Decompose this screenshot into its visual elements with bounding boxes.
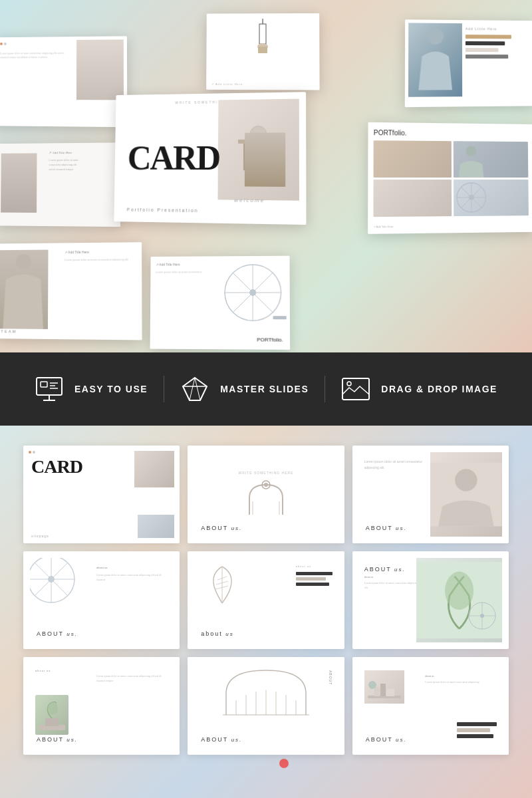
gs4-aboutus-label: about us — [96, 565, 168, 571]
svg-point-41 — [455, 469, 477, 491]
gs2-about-text: WRITE SOMETHING HERE — [238, 471, 293, 475]
gs5-about-bottom: about us — [201, 630, 233, 637]
slide-thumbnail-main: WRITE SOMETHING HERE CARD welcome Portfo… — [114, 92, 306, 225]
color-bar-light — [466, 48, 499, 52]
drag-drop-label: DRAG & DROP IMAGE — [381, 384, 497, 394]
ferris-wheel-icon-mini — [454, 180, 490, 216]
card-title: CARD — [127, 141, 219, 176]
mini-img-2 — [453, 141, 528, 178]
color-palette-area: Add Little Here — [466, 27, 531, 61]
gs5-bar-3 — [296, 583, 329, 586]
slide-thumbnail-tc: ↗ Add Little Here — [206, 13, 319, 90]
add-title-bc: ↗ Add Title Here — [156, 261, 207, 267]
grid-slide-9: about us Lorem ipsum dolor sit amet cons… — [352, 657, 509, 755]
grid-slide-2: WRITE SOMETHING HERE ABOUT us. — [188, 446, 344, 543]
gs1-dot-gray — [33, 451, 35, 454]
ferris-wheel-large — [219, 259, 287, 333]
gs9-text: about us Lorem ipsum dolor sit amet cons… — [425, 674, 497, 684]
gs1-sitepage-label: sitepage — [31, 534, 49, 538]
svg-rect-27 — [41, 382, 47, 387]
feather-icon — [204, 563, 241, 606]
svg-rect-3 — [258, 47, 267, 53]
feature-drag-drop: DRAG & DROP IMAGE — [341, 374, 497, 404]
gs7-about-label: ABOUT us. — [37, 736, 78, 743]
portfolio-subtitle: Portfolio Presentation — [127, 207, 199, 213]
slide-thumbnail-mr: PORTfolio. — [368, 122, 532, 234]
bc-text: ↗ Add Title Here Lorem ipsum dolor sit a… — [156, 261, 207, 274]
ferris-wheel-gs4 — [30, 558, 80, 608]
master-slides-label: MASTER SLIDES — [220, 384, 309, 394]
mini-img-3 — [373, 180, 451, 217]
team-label: TEAM — [1, 329, 17, 333]
color-bar-tan — [466, 35, 511, 39]
mini-img-4 — [454, 180, 529, 216]
shelf-items-icon — [364, 670, 404, 704]
ml-image — [1, 153, 37, 212]
gs9-bar-3 — [457, 734, 493, 738]
slide-tl-image — [76, 39, 124, 100]
gs4-text: about us Lorem ipsum dolor sit amet cons… — [96, 565, 168, 582]
welcome-text: welcome — [234, 198, 265, 204]
svg-rect-7 — [271, 144, 273, 171]
gs9-about-label: ABOUT us. — [366, 736, 407, 743]
add-title-bl: ↗ Add Title Here — [65, 249, 138, 255]
svg-rect-34 — [342, 378, 369, 400]
grid-slide-5: about us about us — [188, 551, 344, 649]
gs8-label: ABOUT — [329, 670, 332, 685]
feature-master-slides: MASTER SLIDES — [180, 374, 309, 404]
svg-rect-71 — [380, 684, 386, 696]
gs5-bar-1 — [296, 572, 332, 575]
feature-divider-2 — [325, 376, 325, 402]
svg-rect-5 — [238, 140, 279, 144]
dot-orange — [0, 43, 3, 45]
image-icon — [341, 374, 370, 404]
gs9-small-label: about us — [425, 674, 497, 678]
svg-rect-72 — [386, 689, 394, 696]
svg-marker-31 — [183, 378, 207, 400]
gs1-dot-orange — [29, 451, 31, 454]
bl-text: ↗ Add Title Here Lorem ipsum dolor sit a… — [65, 249, 138, 262]
svg-rect-23 — [273, 316, 287, 319]
main-slide-image — [217, 99, 299, 201]
features-bar: EASY TO USE MASTER SLIDES DRAG & DROP IM… — [0, 352, 532, 426]
gs4-about-label: ABOUT us. — [37, 630, 78, 637]
arch-gear-icon — [239, 478, 293, 518]
portfolio-title-mr: PORTfolio. — [374, 128, 528, 138]
bl-person-image — [0, 250, 49, 329]
gs6-text: about us Lorem ipsum dolor sit amet cons… — [364, 575, 422, 591]
person-photo-icon — [430, 452, 502, 537]
feature-divider-1 — [164, 376, 164, 402]
plant-shelf-icon — [35, 695, 68, 735]
gs1-bottom-image — [138, 515, 174, 538]
slide-thumbnail-bc: ↗ Add Title Here Lorem ipsum dolor sit a… — [150, 256, 291, 350]
slide-tl-text: Lorem ipsum dolor sit amet consectetur a… — [0, 51, 72, 60]
svg-point-8 — [250, 126, 266, 142]
gs6-small-label: about us — [364, 575, 422, 579]
svg-point-73 — [368, 681, 376, 689]
gs3-text-block: Lorem ipsum dolor sit amet consectetur a… — [359, 452, 431, 476]
grid-slide-7: about us Lorem ipsum dolor sit amet cons… — [23, 657, 180, 755]
gs7-small-label: about us — [35, 669, 51, 672]
dot-dark — [4, 43, 7, 45]
slide-tr-image — [408, 23, 462, 96]
ml-text: Add Title Here Lorem ipsum dolor sit ame… — [49, 150, 116, 172]
gs8-arch-area — [219, 667, 313, 717]
svg-point-39 — [264, 483, 268, 487]
gs6-about-title: ABOUT us. — [364, 566, 406, 573]
add-title-label: ↗ Add Little Here — [211, 82, 243, 86]
easy-to-use-label: EASY TO USE — [74, 384, 148, 394]
grid-slide-1: CARD sitepage — [23, 446, 180, 543]
color-bar-dark — [466, 41, 505, 45]
gs1-card-title: CARD — [31, 458, 82, 476]
gs9-bar-1 — [457, 722, 497, 726]
grid-slide-6: ABOUT us. about us Lorem ipsum dolor sit… — [352, 551, 509, 649]
add-title-ml: Add Title Here — [49, 150, 117, 156]
slide-thumbnail-bl: ↗ Add Title Here Lorem ipsum dolor sit a… — [0, 242, 142, 340]
gs7-text: Lorem ipsum dolor sit amet consectetur a… — [96, 674, 168, 683]
gs8-about-label: ABOUT us. — [201, 736, 242, 743]
image-svg — [341, 377, 370, 401]
gs1-image — [134, 451, 174, 487]
bc-wheel-area — [219, 259, 287, 333]
svg-point-16 — [15, 254, 31, 270]
color-bar-medium — [466, 55, 508, 59]
